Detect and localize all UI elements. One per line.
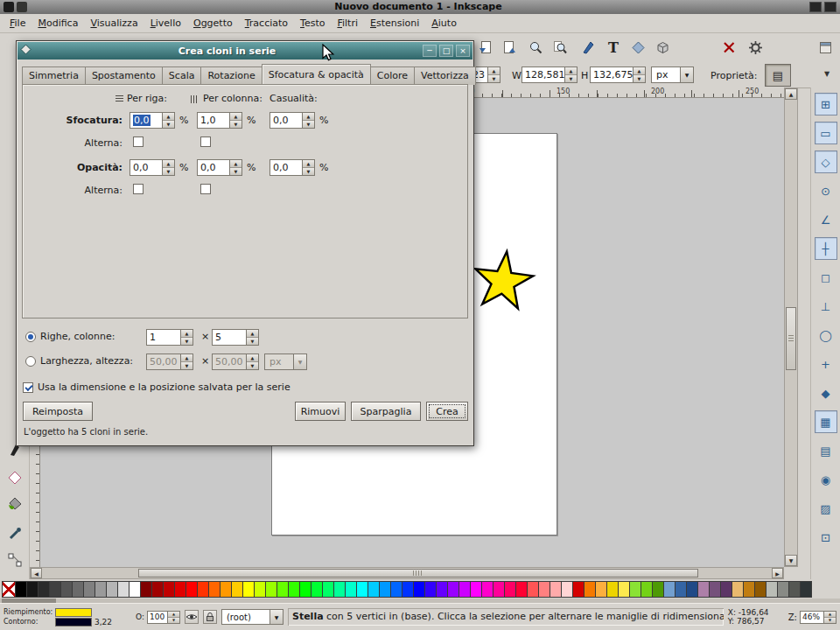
- width-spinbox-entry[interactable]: 128,581: [522, 67, 564, 82]
- palette-swatch[interactable]: [26, 581, 38, 598]
- palette-swatch[interactable]: [231, 581, 243, 598]
- palette-swatch[interactable]: [60, 581, 73, 598]
- palette-swatch[interactable]: [754, 581, 766, 598]
- palette-swatch[interactable]: [686, 581, 698, 598]
- width-spinbox-up[interactable]: ▲: [565, 67, 577, 75]
- blur-randomize-spinbox-up[interactable]: ▲: [303, 113, 314, 121]
- menu-oggetto[interactable]: Oggetto: [187, 15, 239, 32]
- palette-swatch[interactable]: [311, 581, 323, 598]
- no-color-swatch[interactable]: [2, 581, 16, 598]
- opacity-randomize-spinbox-down[interactable]: ▼: [303, 168, 314, 175]
- wm-menu-icon[interactable]: [4, 2, 14, 12]
- palette-swatch[interactable]: [493, 581, 505, 598]
- snap-cusp-nodes-button[interactable]: ◻: [815, 266, 837, 289]
- vertical-scrollbar[interactable]: ▲ ▼: [784, 88, 798, 567]
- fill-width-spinbox-up[interactable]: ▲: [181, 354, 192, 362]
- unit-dropdown-arrow-icon[interactable]: ▼: [680, 67, 693, 82]
- snap-bbox-button[interactable]: ⊞: [815, 93, 837, 116]
- opacity-randomize-spinbox-entry[interactable]: 0,0: [270, 160, 302, 175]
- fill-swatch[interactable]: [55, 608, 92, 617]
- tab-vettorizza[interactable]: Vettorizza: [414, 66, 476, 85]
- fill-width-spinbox-entry[interactable]: 50,00: [147, 354, 180, 369]
- y-coordinate-spinbox-up[interactable]: ▲: [488, 67, 500, 75]
- palette-swatch[interactable]: [447, 581, 459, 598]
- palette-swatch[interactable]: [720, 581, 732, 598]
- y-coordinate-spinbox-down[interactable]: ▼: [488, 75, 500, 82]
- palette-swatch[interactable]: [640, 581, 653, 598]
- palette-swatch[interactable]: [15, 581, 27, 598]
- menu-tracciato[interactable]: Tracciato: [239, 15, 294, 32]
- layer-lock-icon[interactable]: [203, 610, 217, 624]
- palette-swatch[interactable]: [94, 581, 107, 598]
- palette-swatch[interactable]: [402, 581, 414, 598]
- zoom-spinbox-down[interactable]: ▼: [824, 618, 836, 623]
- unclump-button[interactable]: Sparpaglia: [351, 402, 421, 421]
- palette-swatch[interactable]: [470, 581, 482, 598]
- gear-icon[interactable]: [744, 36, 766, 59]
- rows-spinbox-down[interactable]: ▼: [181, 338, 192, 345]
- palette-swatch[interactable]: [379, 581, 391, 598]
- palette-swatch[interactable]: [413, 581, 425, 598]
- snap-others-button[interactable]: ▨: [815, 497, 837, 520]
- palette-swatch[interactable]: [220, 581, 232, 598]
- palette-swatch[interactable]: [561, 581, 573, 598]
- dialog-close-icon[interactable]: ×: [456, 45, 470, 57]
- width-height-radio[interactable]: [25, 356, 36, 367]
- shapes-icon[interactable]: [626, 36, 649, 59]
- palette-swatch[interactable]: [675, 581, 687, 598]
- use-saved-size-checkbox[interactable]: [23, 382, 33, 393]
- height-spinbox[interactable]: 132,675▲▼: [590, 66, 646, 83]
- snap-nodes-button[interactable]: ⊙: [815, 179, 837, 202]
- window-titlebar[interactable]: Nuovo documento 1 - Inkscape: [0, 0, 840, 14]
- palette-swatch[interactable]: [368, 581, 380, 598]
- zoom-spinbox-entry[interactable]: 46%: [801, 612, 823, 623]
- palette-swatch[interactable]: [458, 581, 471, 598]
- palette-swatch[interactable]: [208, 581, 220, 598]
- layer-dropdown[interactable]: (root)▼: [221, 609, 284, 625]
- blur-randomize-spinbox[interactable]: 0,0▲▼: [270, 112, 315, 129]
- palette-swatch[interactable]: [424, 581, 437, 598]
- snap-object-centers-button[interactable]: +: [815, 353, 837, 375]
- snap-smooth-nodes-button[interactable]: ⊥: [815, 295, 837, 318]
- palette-swatch[interactable]: [732, 581, 744, 598]
- opacity-spinbox-down[interactable]: ▼: [168, 618, 179, 623]
- horizontal-scrollbar[interactable]: ◀ ▶: [30, 567, 784, 579]
- blur-alternate-column-checkbox[interactable]: [200, 136, 211, 147]
- create-button[interactable]: Crea: [426, 402, 468, 421]
- palette-swatch[interactable]: [322, 581, 334, 598]
- blur-per-column-spinbox-entry[interactable]: 1,0: [198, 113, 229, 128]
- palette-swatch[interactable]: [49, 581, 61, 598]
- blur-randomize-spinbox-entry[interactable]: 0,0: [270, 113, 302, 128]
- opacity-randomize-spinbox-up[interactable]: ▲: [303, 160, 314, 168]
- blur-alternate-row-checkbox[interactable]: [133, 136, 144, 147]
- stroke-swatch[interactable]: [55, 618, 92, 626]
- menu-livello[interactable]: Livello: [144, 15, 187, 32]
- menu-filtri[interactable]: Filtri: [331, 15, 364, 32]
- fill-height-spinbox-entry[interactable]: 50,00: [213, 354, 246, 369]
- palette-swatch[interactable]: [265, 581, 277, 598]
- blur-randomize-spinbox-down[interactable]: ▼: [303, 121, 314, 128]
- opacity-per-row-spinbox[interactable]: 0,0▲▼: [130, 159, 175, 176]
- columns-spinbox[interactable]: 5▲▼: [212, 329, 259, 346]
- palette-swatch[interactable]: [288, 581, 300, 598]
- snap-rotation-centers-button[interactable]: ◆: [815, 382, 837, 404]
- snap-guides-button[interactable]: ▤: [815, 439, 837, 462]
- unit-dropdown[interactable]: px▼: [651, 66, 694, 83]
- blur-per-row-spinbox[interactable]: 0,0▲▼: [130, 112, 175, 129]
- eraser-tool-icon[interactable]: [3, 466, 27, 490]
- rows-columns-radio[interactable]: [25, 332, 36, 342]
- dialog-minimize-icon[interactable]: ─: [423, 45, 437, 57]
- opacity-per-column-spinbox[interactable]: 0,0▲▼: [197, 159, 242, 176]
- columns-spinbox-entry[interactable]: 5: [213, 330, 246, 345]
- wm-app-icon[interactable]: [17, 2, 27, 12]
- snap-text-baseline-button[interactable]: ⊡: [815, 526, 837, 549]
- palette-swatch[interactable]: [800, 581, 812, 598]
- snap-page-border-button[interactable]: ◉: [815, 468, 837, 491]
- palette-swatch[interactable]: [106, 581, 118, 598]
- palette-swatch[interactable]: [151, 581, 164, 598]
- palette-swatch[interactable]: [140, 581, 152, 598]
- opacity-per-column-spinbox-entry[interactable]: 0,0: [198, 160, 229, 175]
- palette-swatch[interactable]: [777, 581, 789, 598]
- palette-swatch[interactable]: [481, 581, 494, 598]
- layer-dropdown-arrow-icon[interactable]: ▼: [270, 610, 283, 624]
